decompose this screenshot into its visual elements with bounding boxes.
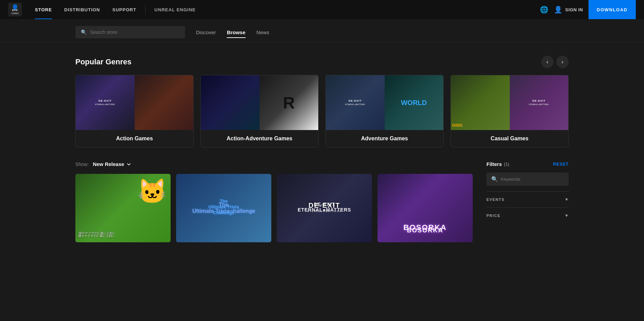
svg-text:GAMES: GAMES <box>11 12 19 14</box>
genre-grid: DE-EXITETERNAL●MATTERS Action Games R Ac… <box>75 75 569 147</box>
search-icon: 🔍 <box>81 29 87 35</box>
game-card-bosorka[interactable]: BOSORKA <box>377 174 473 242</box>
show-value: New Release <box>93 161 124 167</box>
genre-card-action[interactable]: DE-EXITETERNAL●MATTERS Action Games <box>75 75 194 147</box>
section-header: Popular Genres ‹ › <box>75 56 569 68</box>
genre-images: DODG DE-EXITETERNAL●MATTERS <box>451 75 568 130</box>
browse-link[interactable]: Browse <box>227 27 245 38</box>
search-box[interactable]: 🔍 <box>75 26 185 38</box>
show-bar: Show: New Release <box>75 161 473 167</box>
events-filter: EVENTS ▼ <box>486 191 569 207</box>
filters-panel: Filters (1) RESET 🔍 EVENTS ▼ PRICE ▼ <box>486 161 569 223</box>
genre-img-2: DE-EXITETERNAL●MATTERS <box>510 75 569 130</box>
game-card-deexit[interactable]: DE-EXIT ETERNAL●MATTERS <box>277 174 372 242</box>
game-card-trivia[interactable]: TheUltimate TriviaChallenge <box>176 174 271 242</box>
price-chevron-icon: ▼ <box>565 213 569 218</box>
user-icon: 👤 <box>554 5 563 14</box>
section-title: Popular Genres <box>75 57 132 66</box>
news-link[interactable]: News <box>257 27 270 38</box>
game-thumbnail: TheUltimate TriviaChallenge <box>176 174 271 242</box>
main-nav: STORE DISTRIBUTION SUPPORT UNREAL ENGINE <box>29 0 202 19</box>
events-filter-header[interactable]: EVENTS ▼ <box>486 197 569 202</box>
nav-distribution[interactable]: DISTRIBUTION <box>58 0 106 19</box>
genre-img-1: DE-EXITETERNAL●MATTERS <box>326 75 385 130</box>
game-thumbnail: BOSORKA <box>377 174 473 242</box>
popular-genres-section: Popular Genres ‹ › DE-EXITETERNAL●MATTER… <box>75 56 569 147</box>
keyword-search-icon: 🔍 <box>491 176 498 182</box>
game-thumbnail: 🐱 猫やヤクザの仁義にも戦い <box>75 174 171 242</box>
nav-store[interactable]: STORE <box>29 0 58 19</box>
carousel-controls: ‹ › <box>541 56 569 68</box>
nav-unreal[interactable]: UNREAL ENGINE <box>148 0 202 19</box>
reset-button[interactable]: RESET <box>553 162 569 167</box>
games-area: Show: New Release 🐱 猫やヤクザの仁義にも戦い <box>75 161 473 242</box>
genre-images: DE-EXITETERNAL●MATTERS <box>76 75 193 130</box>
download-button[interactable]: DOWNLOAD <box>589 0 636 19</box>
price-filter: PRICE ▼ <box>486 207 569 223</box>
carousel-next-button[interactable]: › <box>556 56 569 68</box>
genre-images: DE-EXITETERNAL●MATTERS WORLD <box>326 75 443 130</box>
sign-in-label: SIGN IN <box>565 7 583 12</box>
genre-img-1 <box>201 75 260 130</box>
filters-header-row: Filters (1) RESET <box>486 161 569 167</box>
nav-support[interactable]: SUPPORT <box>106 0 143 19</box>
filters-title: Filters <box>486 161 502 167</box>
price-label: PRICE <box>486 214 500 218</box>
carousel-prev-button[interactable]: ‹ <box>541 56 554 68</box>
genre-card-action-adventure[interactable]: R Action-Adventure Games <box>200 75 319 147</box>
genre-label: Action-Adventure Games <box>201 130 318 147</box>
header-right: 🌐 👤 SIGN IN DOWNLOAD <box>540 0 636 19</box>
genre-label: Action Games <box>76 130 193 147</box>
genre-img-1: DODG <box>451 75 510 130</box>
sign-in-button[interactable]: 👤 SIGN IN <box>554 5 583 14</box>
game-thumbnail: DE-EXIT ETERNAL●MATTERS <box>277 174 372 242</box>
main-content: Popular Genres ‹ › DE-EXITETERNAL●MATTER… <box>0 42 644 256</box>
discover-link[interactable]: Discover <box>196 27 216 38</box>
price-filter-header[interactable]: PRICE ▼ <box>486 213 569 218</box>
genre-card-casual[interactable]: DODG DE-EXITETERNAL●MATTERS Casual Games <box>450 75 569 147</box>
genre-img-2 <box>135 75 194 130</box>
epic-games-logo[interactable]: EPIC GAMES <box>8 3 22 16</box>
genre-label: Casual Games <box>451 130 568 147</box>
language-selector[interactable]: 🌐 <box>540 5 548 14</box>
show-label: Show: <box>75 162 89 167</box>
genre-img-2: R <box>260 75 319 130</box>
keyword-input[interactable] <box>501 177 564 182</box>
filters-count: (1) <box>504 162 509 167</box>
header: EPIC GAMES STORE DISTRIBUTION SUPPORT UN… <box>0 0 644 19</box>
search-input[interactable] <box>90 29 179 35</box>
genre-card-adventure[interactable]: DE-EXITETERNAL●MATTERS WORLD Adventure G… <box>325 75 444 147</box>
chevron-down-icon <box>126 162 131 167</box>
nav-divider <box>145 4 146 15</box>
game-card-cat[interactable]: 🐱 猫やヤクザの仁義にも戦い <box>75 174 171 242</box>
genre-label: Adventure Games <box>326 130 443 147</box>
genre-img-1: DE-EXITETERNAL●MATTERS <box>76 75 135 130</box>
sub-nav: 🔍 Discover Browse News <box>0 19 644 42</box>
genre-img-2: WORLD <box>385 75 444 130</box>
browse-section: Show: New Release 🐱 猫やヤクザの仁義にも戦い <box>75 161 569 242</box>
genre-images: R <box>201 75 318 130</box>
show-dropdown[interactable]: New Release <box>93 161 131 167</box>
events-label: EVENTS <box>486 197 505 202</box>
games-grid: 🐱 猫やヤクザの仁義にも戦い TheUltimate TriviaChallen… <box>75 174 473 242</box>
keyword-search-box[interactable]: 🔍 <box>486 172 569 186</box>
events-chevron-icon: ▼ <box>565 197 569 202</box>
